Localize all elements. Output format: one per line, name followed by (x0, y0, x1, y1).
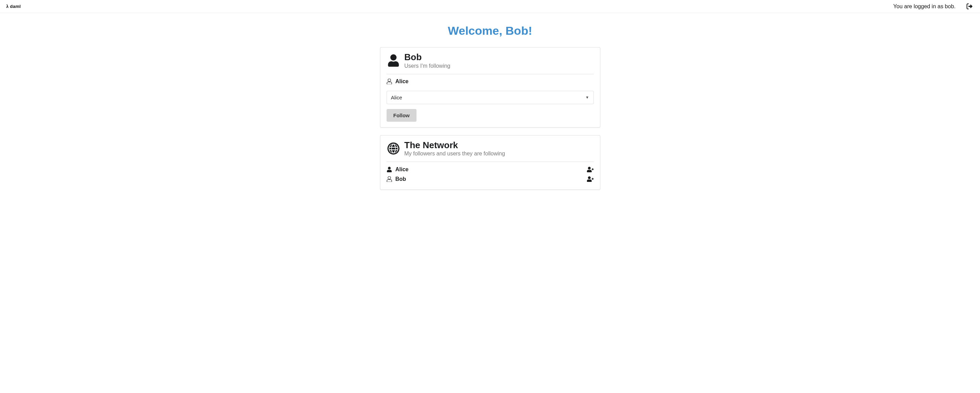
add-user-button[interactable] (584, 166, 594, 173)
following-item-label: Alice (396, 78, 594, 85)
network-segment: The Network My followers and users they … (380, 135, 600, 190)
chevron-down-icon: ▼ (585, 95, 589, 99)
divider (387, 74, 594, 74)
follow-button[interactable]: Follow (387, 109, 417, 122)
brand-glyph: λ (6, 4, 9, 9)
following-list: Alice (387, 77, 594, 86)
user-outline-icon (387, 79, 392, 84)
list-item: Bob (387, 174, 594, 184)
user-icon (387, 54, 399, 67)
network-item-label: Bob (396, 176, 584, 182)
globe-icon (387, 143, 399, 155)
brand-text: daml (10, 4, 21, 9)
network-title: The Network (404, 140, 505, 150)
user-select-dropdown[interactable]: Alice ▼ (387, 91, 594, 104)
add-user-button[interactable] (584, 176, 594, 182)
topbar: λ daml You are logged in as bob. (0, 0, 980, 13)
add-user-icon (587, 167, 594, 172)
profile-subtitle: Users I'm following (404, 63, 450, 69)
list-item: Alice (387, 165, 594, 174)
brand-logo: λ daml (6, 4, 21, 9)
list-item: Alice (387, 77, 594, 86)
logout-button[interactable] (965, 2, 974, 11)
network-item-label: Alice (396, 166, 584, 173)
add-user-icon (587, 176, 594, 182)
user-icon (387, 167, 392, 172)
network-subtitle: My followers and users they are followin… (404, 151, 505, 157)
network-list: Alice Bob (387, 165, 594, 184)
divider (387, 162, 594, 162)
sign-out-icon (967, 3, 972, 9)
profile-segment: Bob Users I'm following Alice Alice ▼ Fo… (380, 47, 600, 128)
profile-title: Bob (404, 52, 450, 62)
dropdown-selected: Alice (391, 95, 402, 100)
welcome-heading: Welcome, Bob! (380, 24, 600, 38)
logged-in-text: You are logged in as bob. (893, 3, 956, 10)
user-outline-icon (387, 176, 392, 182)
